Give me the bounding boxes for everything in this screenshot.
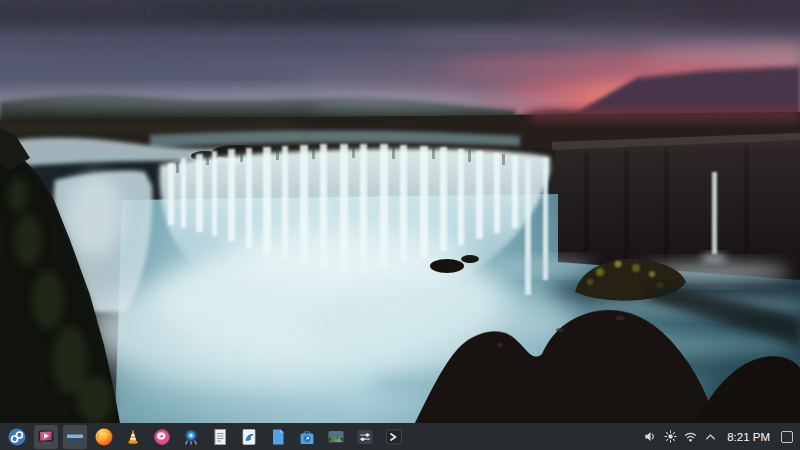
system-tray: 8:21 PM xyxy=(641,427,795,446)
text-document-icon xyxy=(210,427,230,447)
wallpaper-image xyxy=(0,0,800,423)
taskbar-panel: 8:21 PM xyxy=(0,423,800,450)
firefox-icon xyxy=(94,427,114,447)
image-viewer-icon xyxy=(326,427,346,447)
task-terminal[interactable] xyxy=(382,425,406,449)
blue-document-icon xyxy=(268,427,288,447)
show-desktop-button[interactable] xyxy=(781,431,793,443)
task-camera[interactable] xyxy=(179,425,203,449)
application-launcher-button[interactable] xyxy=(5,425,29,449)
desktop-wallpaper xyxy=(0,0,800,450)
task-text-editor[interactable] xyxy=(208,425,232,449)
task-vlc[interactable] xyxy=(121,425,145,449)
task-file-manager[interactable] xyxy=(63,425,87,449)
digital-clock[interactable]: 8:21 PM xyxy=(721,431,776,443)
media-player-icon xyxy=(36,427,56,447)
fedora-logo-icon xyxy=(7,427,27,447)
desktop: 8:21 PM xyxy=(0,0,800,450)
file-manager-icon xyxy=(65,427,85,447)
camera-icon xyxy=(181,427,201,447)
settings-sliders-icon xyxy=(355,427,375,447)
chevron-up-icon xyxy=(703,429,718,444)
kate-icon xyxy=(239,427,259,447)
task-image-viewer[interactable] xyxy=(324,425,348,449)
brightness-tray-item[interactable] xyxy=(661,427,680,446)
volume-tray-item[interactable] xyxy=(641,427,660,446)
brightness-sun-icon xyxy=(663,429,678,444)
tray-expander-button[interactable] xyxy=(701,427,720,446)
music-player-icon xyxy=(152,427,172,447)
terminal-icon xyxy=(384,427,404,447)
task-manager xyxy=(5,425,406,449)
task-kate[interactable] xyxy=(237,425,261,449)
task-music-player[interactable] xyxy=(150,425,174,449)
network-tray-item[interactable] xyxy=(681,427,700,446)
vlc-icon xyxy=(123,427,143,447)
wifi-icon xyxy=(683,429,698,444)
task-discover[interactable] xyxy=(295,425,319,449)
task-documents[interactable] xyxy=(266,425,290,449)
task-settings[interactable] xyxy=(353,425,377,449)
discover-icon xyxy=(297,427,317,447)
task-media-player[interactable] xyxy=(34,425,58,449)
speaker-icon xyxy=(643,429,658,444)
task-firefox[interactable] xyxy=(92,425,116,449)
